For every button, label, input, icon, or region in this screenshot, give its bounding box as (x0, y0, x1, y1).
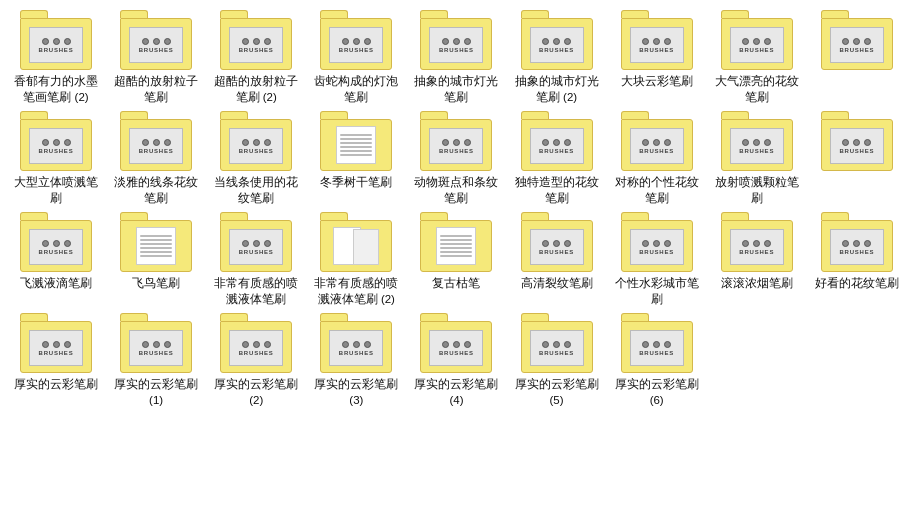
folder-icon: BRUSHES (621, 212, 693, 272)
folder-icon: BRUSHES (721, 212, 793, 272)
folder-item[interactable]: 冬季树干笔刷 (308, 111, 404, 206)
folder-icon: BRUSHES (420, 10, 492, 70)
folder-item[interactable]: BRUSHES (809, 10, 905, 105)
folder-icon: BRUSHES (521, 111, 593, 171)
folder-item[interactable]: BRUSHES大型立体喷溅笔刷 (8, 111, 104, 206)
folder-item[interactable]: BRUSHES淡雅的线条花纹笔刷 (108, 111, 204, 206)
folder-label: 好看的花纹笔刷 (810, 276, 904, 292)
folder-icon (320, 111, 392, 171)
folder-icon: BRUSHES (821, 10, 893, 70)
folder-label: 动物斑点和条纹笔刷 (409, 175, 503, 206)
folder-item[interactable]: BRUSHES抽象的城市灯光笔刷 (408, 10, 504, 105)
folder-label: 飞鸟笔刷 (109, 276, 203, 292)
folder-item[interactable]: BRUSHES (809, 111, 905, 206)
folder-item[interactable]: BRUSHES好看的花纹笔刷 (809, 212, 905, 307)
folder-label: 复古枯笔 (409, 276, 503, 292)
folder-icon: BRUSHES (220, 10, 292, 70)
folder-icon: BRUSHES (220, 313, 292, 373)
folder-icon: BRUSHES (821, 111, 893, 171)
folder-label: 冬季树干笔刷 (309, 175, 403, 191)
folder-item[interactable]: BRUSHES独特造型的花纹笔刷 (509, 111, 605, 206)
folder-icon: BRUSHES (521, 313, 593, 373)
folder-label: 抽象的城市灯光笔刷 (2) (510, 74, 604, 105)
folder-item[interactable]: BRUSHES个性水彩城市笔刷 (609, 212, 705, 307)
folder-icon: BRUSHES (821, 212, 893, 272)
folder-item[interactable]: BRUSHES齿蛇构成的灯泡笔刷 (308, 10, 404, 105)
folder-label: 放射喷溅颗粒笔刷 (710, 175, 804, 206)
folder-label: 非常有质感的喷溅液体笔刷 (209, 276, 303, 307)
folder-item[interactable]: BRUSHES香郁有力的水墨笔画笔刷 (2) (8, 10, 104, 105)
folder-label: 齿蛇构成的灯泡笔刷 (309, 74, 403, 105)
folder-icon: BRUSHES (20, 111, 92, 171)
folder-label: 对称的个性花纹笔刷 (610, 175, 704, 206)
folder-label: 厚实的云彩笔刷 (2) (209, 377, 303, 408)
folder-icon: BRUSHES (220, 111, 292, 171)
folder-icon: BRUSHES (420, 111, 492, 171)
folder-item[interactable]: BRUSHES超酷的放射粒子笔刷 (2) (208, 10, 304, 105)
folder-label: 大气漂亮的花纹笔刷 (710, 74, 804, 105)
folder-item[interactable]: BRUSHES厚实的云彩笔刷 (5) (509, 313, 605, 408)
folder-label: 厚实的云彩笔刷 (3) (309, 377, 403, 408)
folder-item[interactable]: BRUSHES厚实的云彩笔刷 (4) (408, 313, 504, 408)
folder-icon: BRUSHES (521, 10, 593, 70)
folder-label: 飞溅液滴笔刷 (9, 276, 103, 292)
folder-label: 厚实的云彩笔刷 (6) (610, 377, 704, 408)
folder-label: 厚实的云彩笔刷 (9, 377, 103, 393)
folder-label: 淡雅的线条花纹笔刷 (109, 175, 203, 206)
folder-label: 超酷的放射粒子笔刷 (2) (209, 74, 303, 105)
folder-icon: BRUSHES (120, 10, 192, 70)
folder-label: 当线条使用的花纹笔刷 (209, 175, 303, 206)
folder-item[interactable]: BRUSHES厚实的云彩笔刷 (1) (108, 313, 204, 408)
folder-icon: BRUSHES (120, 111, 192, 171)
folder-label: 非常有质感的喷溅液体笔刷 (2) (309, 276, 403, 307)
folder-item[interactable]: BRUSHES放射喷溅颗粒笔刷 (709, 111, 805, 206)
folder-label: 大块云彩笔刷 (610, 74, 704, 90)
folder-item[interactable]: BRUSHES当线条使用的花纹笔刷 (208, 111, 304, 206)
folder-label: 独特造型的花纹笔刷 (510, 175, 604, 206)
folder-item[interactable]: BRUSHES厚实的云彩笔刷 (3) (308, 313, 404, 408)
folder-item[interactable]: BRUSHES高清裂纹笔刷 (509, 212, 605, 307)
folder-icon: BRUSHES (20, 212, 92, 272)
folder-item[interactable]: BRUSHES飞溅液滴笔刷 (8, 212, 104, 307)
folder-item[interactable]: BRUSHES超酷的放射粒子笔刷 (108, 10, 204, 105)
folder-label: 厚实的云彩笔刷 (1) (109, 377, 203, 408)
folder-item[interactable]: BRUSHES大块云彩笔刷 (609, 10, 705, 105)
folder-grid: BRUSHES香郁有力的水墨笔画笔刷 (2)BRUSHES超酷的放射粒子笔刷BR… (0, 0, 913, 418)
folder-label: 超酷的放射粒子笔刷 (109, 74, 203, 105)
folder-item[interactable]: BRUSHES厚实的云彩笔刷 (6) (609, 313, 705, 408)
folder-icon: BRUSHES (20, 313, 92, 373)
folder-item[interactable]: 飞鸟笔刷 (108, 212, 204, 307)
folder-item[interactable]: BRUSHES动物斑点和条纹笔刷 (408, 111, 504, 206)
folder-label: 滚滚浓烟笔刷 (710, 276, 804, 292)
folder-icon (120, 212, 192, 272)
folder-item[interactable]: BRUSHES非常有质感的喷溅液体笔刷 (208, 212, 304, 307)
folder-icon: BRUSHES (521, 212, 593, 272)
folder-icon: BRUSHES (621, 10, 693, 70)
folder-icon (420, 212, 492, 272)
folder-label: 厚实的云彩笔刷 (5) (510, 377, 604, 408)
folder-icon: BRUSHES (320, 313, 392, 373)
folder-label: 大型立体喷溅笔刷 (9, 175, 103, 206)
folder-item[interactable]: BRUSHES大气漂亮的花纹笔刷 (709, 10, 805, 105)
folder-label: 厚实的云彩笔刷 (4) (409, 377, 503, 408)
folder-item[interactable]: BRUSHES抽象的城市灯光笔刷 (2) (509, 10, 605, 105)
folder-item[interactable]: 复古枯笔 (408, 212, 504, 307)
folder-icon: BRUSHES (20, 10, 92, 70)
folder-label: 个性水彩城市笔刷 (610, 276, 704, 307)
folder-item[interactable]: BRUSHES厚实的云彩笔刷 (2) (208, 313, 304, 408)
folder-icon: BRUSHES (621, 111, 693, 171)
folder-icon: BRUSHES (621, 313, 693, 373)
folder-item[interactable]: 非常有质感的喷溅液体笔刷 (2) (308, 212, 404, 307)
folder-item[interactable]: BRUSHES滚滚浓烟笔刷 (709, 212, 805, 307)
folder-item[interactable]: BRUSHES厚实的云彩笔刷 (8, 313, 104, 408)
folder-icon: BRUSHES (420, 313, 492, 373)
folder-icon (320, 212, 392, 272)
folder-icon: BRUSHES (220, 212, 292, 272)
folder-label: 抽象的城市灯光笔刷 (409, 74, 503, 105)
folder-icon: BRUSHES (721, 10, 793, 70)
folder-label: 香郁有力的水墨笔画笔刷 (2) (9, 74, 103, 105)
folder-item[interactable]: BRUSHES对称的个性花纹笔刷 (609, 111, 705, 206)
folder-icon: BRUSHES (721, 111, 793, 171)
folder-icon: BRUSHES (320, 10, 392, 70)
folder-icon: BRUSHES (120, 313, 192, 373)
